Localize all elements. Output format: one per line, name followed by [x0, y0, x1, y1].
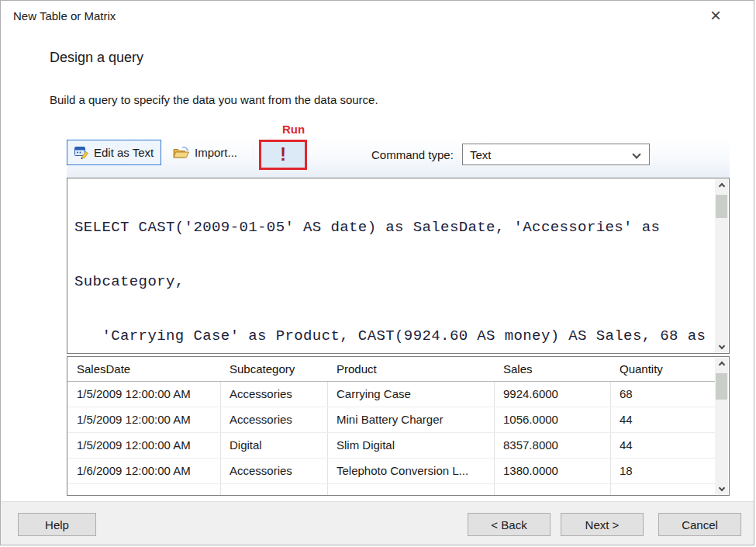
scroll-down-icon[interactable] — [715, 339, 728, 352]
column-header[interactable]: Sales — [494, 357, 610, 382]
import-button[interactable]: Import... — [168, 141, 242, 164]
cancel-button[interactable]: Cancel — [658, 513, 741, 536]
cell-product: Mini Battery Charger — [327, 407, 494, 433]
run-button[interactable]: ! — [261, 142, 305, 168]
page-description: Build a query to specify the data you wa… — [50, 93, 378, 106]
command-type-value: Text — [470, 148, 492, 161]
query-vertical-scrollbar[interactable] — [715, 179, 728, 352]
import-label: Import... — [195, 146, 237, 159]
scrollbar-thumb[interactable] — [716, 373, 727, 400]
query-text: SELECT CAST('2009-01-05' AS date) as Sal… — [74, 183, 712, 354]
run-annotation-label: Run — [282, 123, 305, 136]
cell-quantity: 18 — [610, 459, 716, 484]
cell-quantity: 68 — [610, 382, 716, 407]
cell-quantity: 44 — [610, 433, 716, 459]
page-title: Design a query — [50, 50, 143, 66]
cell-subcategory: Accessories — [220, 407, 327, 433]
cell-product: Carrying Case — [327, 382, 494, 407]
cell-salesdate: 1/6/2009 12:00:00 AM — [67, 459, 220, 484]
table-row[interactable]: 1/5/2009 12:00:00 AM Digital Slim Digita… — [67, 433, 716, 459]
help-button[interactable]: Help — [18, 513, 96, 536]
table-row[interactable]: 1/6/2009 12:00:00 AM Accessories Telepho… — [67, 459, 716, 484]
scroll-down-icon[interactable] — [715, 481, 728, 494]
cell-subcategory: Digital — [220, 433, 327, 459]
new-table-or-matrix-dialog: New Table or Matrix × Design a query Bui… — [0, 0, 754, 545]
column-header[interactable]: Product — [327, 357, 494, 382]
chevron-down-icon — [632, 150, 640, 158]
scrollbar-thumb[interactable] — [716, 195, 727, 218]
query-line: SELECT CAST('2009-01-05' AS date) as Sal… — [74, 219, 712, 237]
results-header-row: SalesDate Subcategory Product Sales Quan… — [67, 357, 716, 382]
footer-bar: Help < Back Next > Cancel — [1, 501, 754, 545]
back-button[interactable]: < Back — [468, 513, 551, 536]
column-header[interactable]: Quantity — [610, 357, 716, 382]
edit-as-text-button[interactable]: Edit as Text — [67, 140, 161, 165]
cell-subcategory: Accessories — [220, 459, 327, 484]
scroll-up-icon[interactable] — [715, 358, 728, 371]
edit-as-text-icon — [74, 146, 89, 159]
next-button[interactable]: Next > — [561, 513, 644, 536]
dialog-title: New Table or Matrix — [13, 9, 116, 23]
table-row[interactable]: 1/5/2009 12:00:00 AM Accessories Carryin… — [67, 382, 716, 407]
query-line: 'Carrying Case' as Product, CAST(9924.60… — [74, 327, 712, 345]
cell-subcategory: Accessories — [220, 382, 327, 407]
cell-sales: 8357.8000 — [494, 433, 610, 459]
query-results-grid: SalesDate Subcategory Product Sales Quan… — [67, 356, 730, 496]
column-header[interactable]: Subcategory — [220, 357, 327, 382]
cell-salesdate: 1/5/2009 12:00:00 AM — [67, 433, 220, 459]
column-header[interactable]: SalesDate — [67, 357, 220, 382]
cell-product: Slim Digital — [327, 433, 494, 459]
cell-sales: 1056.0000 — [494, 407, 610, 433]
scroll-up-icon[interactable] — [715, 179, 728, 192]
close-icon[interactable]: × — [702, 4, 729, 27]
cell-sales: 1380.0000 — [494, 459, 610, 484]
query-text-editor[interactable]: SELECT CAST('2009-01-05' AS date) as Sal… — [67, 178, 730, 354]
cell-salesdate: 1/5/2009 12:00:00 AM — [67, 382, 220, 407]
results-vertical-scrollbar[interactable] — [715, 358, 728, 494]
cell-product: Telephoto Conversion L... — [327, 459, 494, 484]
edit-as-text-label: Edit as Text — [94, 146, 154, 159]
toolbar-separator — [253, 144, 254, 163]
cell-salesdate: 1/5/2009 12:00:00 AM — [67, 407, 220, 433]
open-folder-icon — [173, 146, 190, 159]
run-annotation-box: ! — [259, 140, 307, 170]
query-line: Subcategory, — [74, 273, 712, 291]
cell-quantity: 44 — [610, 407, 716, 433]
command-type-label: Command type: — [371, 148, 454, 161]
cell-sales: 9924.6000 — [494, 382, 610, 407]
command-type-dropdown[interactable]: Text — [462, 144, 650, 165]
run-exclamation-icon: ! — [280, 146, 286, 164]
table-row[interactable]: 1/5/2009 12:00:00 AM Accessories Mini Ba… — [67, 407, 716, 433]
